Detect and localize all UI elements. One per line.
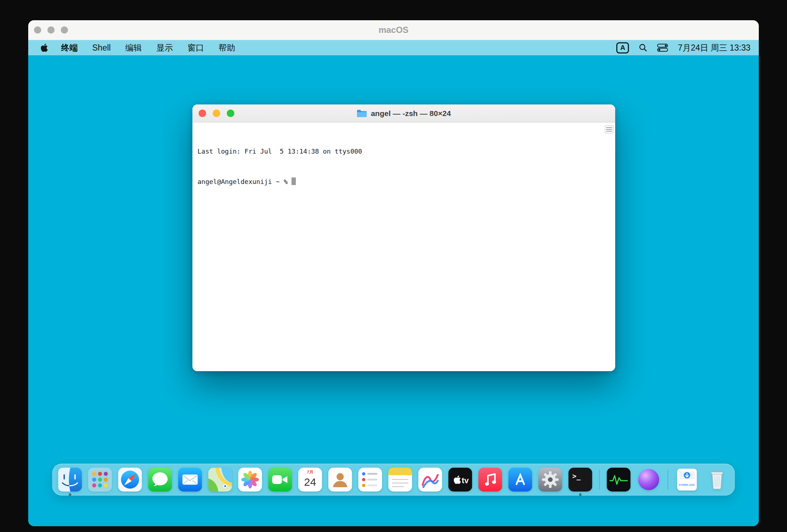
dock-icon-music[interactable] <box>478 468 502 492</box>
tv-label: tv <box>462 476 469 485</box>
dock-icon-calendar[interactable]: 7月 24 <box>298 468 322 492</box>
dock-icon-system-settings[interactable] <box>539 468 562 492</box>
menu-app-name[interactable]: 终端 <box>61 42 78 53</box>
terminal-output-line: Last login: Fri Jul 5 13:14:38 on ttys00… <box>197 146 601 156</box>
menu-view[interactable]: 显示 <box>156 42 173 53</box>
dock-icon-safari[interactable] <box>118 468 142 492</box>
minimize-button[interactable] <box>213 110 220 117</box>
terminal-content[interactable]: Last login: Fri Jul 5 13:14:38 on ttys00… <box>192 123 615 371</box>
terminal-prompt-line: angel@Angeldexuniji ~ % <box>197 177 601 187</box>
vm-zoom-button[interactable] <box>61 26 68 34</box>
menu-bar-clock[interactable]: 7月24日 周三 13:33 <box>678 42 750 53</box>
terminal-prompt-text: angel@Angeldexuniji ~ % <box>197 178 292 185</box>
terminal-titlebar[interactable]: angel — -zsh — 80×24 <box>192 104 615 123</box>
dock-icon-trash[interactable] <box>705 468 729 492</box>
dock-icon-siri[interactable] <box>637 468 661 492</box>
dock-icon-contacts[interactable] <box>328 468 352 492</box>
dock-separator <box>599 469 600 490</box>
folder-icon <box>357 109 367 117</box>
downloads-label: DOWNLOAD <box>679 484 695 486</box>
close-button[interactable] <box>199 110 206 117</box>
dock-icon-activity-monitor[interactable] <box>607 468 631 492</box>
control-center-icon[interactable] <box>657 44 668 52</box>
terminal-window-controls <box>199 110 234 117</box>
scrollbar-marker[interactable] <box>605 125 613 133</box>
terminal-title: angel — -zsh — 80×24 <box>357 109 451 118</box>
dock-icon-launchpad[interactable] <box>88 468 112 492</box>
input-source-indicator[interactable]: A <box>616 42 629 53</box>
dock-icon-messages[interactable] <box>148 468 172 492</box>
vm-titlebar: macOS <box>28 20 759 40</box>
vm-close-button[interactable] <box>34 26 41 34</box>
terminal-glyph: >_ <box>573 472 581 480</box>
dock-icon-finder[interactable] <box>58 468 82 492</box>
calendar-day-label: 24 <box>304 476 316 488</box>
menu-bar: 终端 Shell 编辑 显示 窗口 帮助 A <box>28 40 759 55</box>
dock-icon-downloads[interactable]: DOWNLOAD <box>675 468 699 492</box>
dock-icon-tv[interactable]: tv <box>448 468 472 492</box>
running-indicator <box>69 493 71 496</box>
dock-icon-freeform[interactable] <box>418 468 442 492</box>
dock-separator <box>668 469 668 490</box>
calendar-month-label: 7月 <box>307 470 314 474</box>
dock-icon-mail[interactable] <box>178 468 202 492</box>
dock-icon-notes[interactable] <box>388 468 412 492</box>
menu-bar-status-area: A 7月24日 周三 13:33 <box>616 42 750 53</box>
vm-window-controls <box>34 20 68 40</box>
terminal-window: angel — -zsh — 80×24 Last login: Fri Jul… <box>192 104 615 371</box>
dock-icon-photos[interactable] <box>238 468 262 492</box>
dock-icon-app-store[interactable] <box>509 468 532 492</box>
terminal-cursor <box>292 177 296 185</box>
apple-logo-icon <box>41 43 48 52</box>
dock-icon-terminal[interactable]: >_ <box>569 468 592 492</box>
running-indicator <box>579 493 582 496</box>
vm-window: macOS 终端 Shell 编辑 显示 窗口 帮助 A <box>28 20 759 526</box>
menu-edit[interactable]: 编辑 <box>125 42 142 53</box>
dock-icon-maps[interactable] <box>208 468 232 492</box>
zoom-button[interactable] <box>227 110 234 117</box>
menu-help[interactable]: 帮助 <box>218 42 235 53</box>
dock-icon-reminders[interactable] <box>358 468 382 492</box>
menu-window[interactable]: 窗口 <box>187 42 204 53</box>
dock-icon-facetime[interactable] <box>268 468 292 492</box>
vm-window-title: macOS <box>379 25 409 35</box>
terminal-title-text: angel — -zsh — 80×24 <box>371 109 451 118</box>
spotlight-search-icon[interactable] <box>639 43 647 52</box>
dock: 7月 24 <box>52 464 735 495</box>
menu-shell[interactable]: Shell <box>92 43 111 53</box>
vm-minimize-button[interactable] <box>47 26 55 34</box>
apple-menu[interactable] <box>41 43 48 52</box>
